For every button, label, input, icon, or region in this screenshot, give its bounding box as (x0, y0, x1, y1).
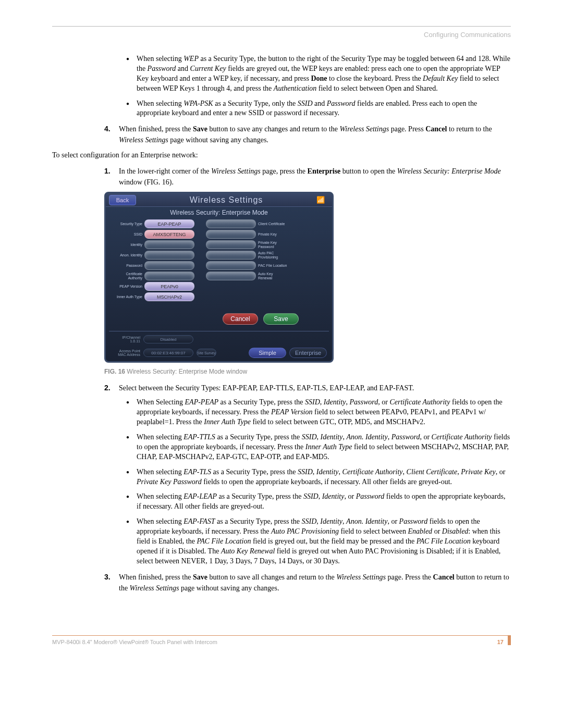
step-4: 4. When finished, press the Save button … (104, 124, 511, 145)
page-number: 17 (497, 639, 504, 645)
field-label: Certificate Authority (111, 272, 142, 280)
field-value-right[interactable] (206, 230, 256, 239)
bullet-wep: When selecting WEP as a Security Type, t… (137, 54, 511, 94)
product-name: MVP-8400i 8.4" Modero® ViewPoint® Touch … (52, 639, 497, 645)
back-button[interactable]: Back (109, 195, 136, 205)
field-label: Security Type (111, 222, 142, 226)
field-label: Identity (111, 243, 142, 247)
field-value-right[interactable] (206, 251, 256, 260)
field-label-right: Auto PAC Provisioning (258, 251, 287, 259)
field-value-left[interactable] (144, 240, 194, 249)
step-number: 2. (104, 382, 119, 393)
wifi-icon: 📶 (316, 196, 332, 204)
step-number: 1. (104, 166, 119, 188)
separator (109, 331, 329, 331)
field-value-right[interactable] (206, 272, 256, 280)
field-label-right: Private Key Password (258, 241, 287, 249)
bullet-item: When selecting EAP-TLS as a Security Typ… (137, 467, 511, 487)
window-title: Wireless Settings (136, 195, 316, 205)
field-label: SSID (111, 232, 142, 237)
field-value-right[interactable] (206, 219, 256, 228)
bullet-list-bottom: When Selecting EAP-PEAP as a Security Ty… (104, 398, 511, 566)
field-value-right[interactable] (206, 261, 256, 270)
ip-channel-label: IP/Channel 1.0.11 (111, 336, 140, 343)
bullet-item: When Selecting EAP-PEAP as a Security Ty… (137, 398, 511, 427)
mac-label: Access Point MAC Address (111, 349, 140, 357)
field-label: Inner Auth Type (111, 295, 142, 299)
field-value-left[interactable]: AMXSOFTENG (144, 230, 194, 239)
step-2: 2. Select between the Security Types: EA… (104, 382, 511, 393)
field-value-left[interactable] (144, 261, 194, 270)
bullet-item: When selecting EAP-TTLS as a Security Ty… (137, 433, 511, 462)
field-label-right: Auto Key Renewal (258, 272, 287, 280)
bullet-wpa-psk: When selecting WPA-PSK as a Security Typ… (137, 99, 511, 119)
step-number: 4. (104, 124, 119, 145)
save-button[interactable]: Save (263, 313, 299, 325)
field-label: Password (111, 264, 142, 268)
field-value-right[interactable] (206, 240, 256, 249)
window-subtitle: Wireless Security: Enterprise Mode (106, 207, 332, 219)
titlebar: Back Wireless Settings 📶 (106, 193, 332, 207)
field-label-right: Client Certificate (258, 222, 287, 226)
field-label-right: PAC File Location (258, 264, 287, 268)
mac-value: 00:02:E3:46:99:07 (143, 349, 193, 357)
mode-enterprise-button[interactable]: Enterprise (289, 348, 327, 358)
field-value-left[interactable]: EAP-PEAP (144, 219, 194, 228)
step-1: 1. In the lower-right corner of the Wire… (104, 166, 511, 188)
ip-channel-value[interactable]: Disabled (143, 335, 193, 343)
intro-line: To select configuration for an Enterpris… (52, 150, 511, 161)
figure-caption: FIG. 16 Wireless Security: Enterprise Mo… (104, 368, 511, 375)
footer: MVP-8400i 8.4" Modero® ViewPoint® Touch … (52, 635, 511, 645)
section-header: Configuring Communications (52, 31, 511, 39)
field-value-left[interactable]: MSCHAPv2 (144, 292, 194, 301)
bullet-item: When selecting EAP-LEAP as a Security Ty… (137, 492, 511, 512)
bullet-list-top: When selecting WEP as a Security Type, t… (104, 54, 511, 118)
step-3: 3. When finished, press the Save button … (104, 572, 511, 594)
field-value-left[interactable] (144, 251, 194, 260)
field-label: Anon. Identity (111, 253, 142, 257)
bullet-item: When selecting EAP-FAST as a Security Ty… (137, 517, 511, 566)
cancel-button[interactable]: Cancel (223, 313, 258, 325)
wireless-settings-window: Back Wireless Settings 📶 Wireless Securi… (104, 192, 334, 363)
site-survey-button[interactable]: Site Survey (197, 349, 216, 357)
field-label: PEAP Version (111, 285, 142, 289)
header-rule (52, 26, 511, 27)
field-label-right: Private Key (258, 232, 287, 237)
mode-simple-button[interactable]: Simple (249, 348, 286, 358)
field-value-left[interactable] (144, 272, 194, 280)
footer-accent (508, 636, 511, 645)
field-value-left[interactable]: PEAPv0 (144, 282, 194, 291)
step-number: 3. (104, 572, 119, 594)
content: When selecting WEP as a Security Type, t… (104, 54, 511, 594)
